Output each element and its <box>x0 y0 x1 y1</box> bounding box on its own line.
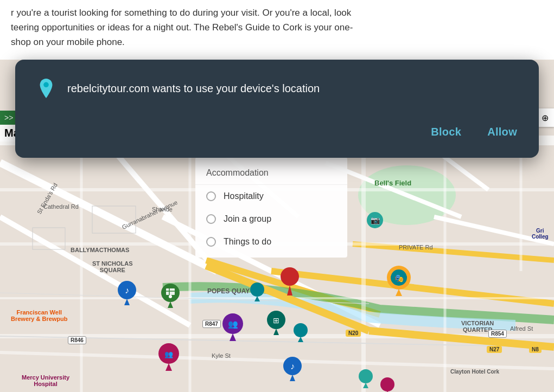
pin-teal-camera: 📷 <box>366 211 384 231</box>
pin-small-teal <box>250 282 265 305</box>
pin-red <box>279 266 300 300</box>
radio-things-to-do[interactable] <box>206 237 216 247</box>
svg-point-65 <box>380 377 394 391</box>
hospitality-label: Hospitality <box>224 191 264 201</box>
things-to-do-label: Things to do <box>224 237 271 247</box>
svg-marker-52 <box>396 289 402 296</box>
sidebar-item-hospitality[interactable]: Hospitality <box>195 185 347 208</box>
clayton-hotel-label: Clayton Hotel Cork <box>450 369 499 375</box>
svg-point-67 <box>43 82 49 88</box>
pin-small-teal2 <box>293 323 308 345</box>
page-text-line2: teering opportunities or ideas for a nig… <box>11 22 353 33</box>
location-pin-icon <box>37 78 55 99</box>
svg-text:👥: 👥 <box>228 319 238 329</box>
bells-field-label: Bell's Field <box>374 179 411 187</box>
svg-marker-41 <box>273 329 279 335</box>
svg-text:👥: 👥 <box>164 350 174 359</box>
page-text-line3: shop on your mobile phone. <box>11 37 125 47</box>
svg-point-63 <box>359 369 373 383</box>
ballymacthomas-label: BALLYMACTHOMAS <box>71 247 129 253</box>
pin-yellow-teal: 🎭 <box>385 266 412 299</box>
sidebar-item-accommodation[interactable]: Accommodation <box>195 162 347 185</box>
kyle-st-label: Kyle St <box>212 352 231 359</box>
dialog-message: rebelcitytour.com wants to use your devi… <box>67 81 320 95</box>
svg-rect-34 <box>166 288 175 295</box>
radio-join-group[interactable] <box>206 214 216 224</box>
svg-marker-55 <box>165 363 172 371</box>
svg-point-61 <box>294 323 308 337</box>
pin-blue-lyre2: ♪ <box>282 355 303 385</box>
n27-badge: N27 <box>487 346 502 353</box>
sidebar-item-things-to-do[interactable]: Things to do <box>195 230 347 253</box>
private-rd-label: PRIVATE Rd <box>399 244 433 250</box>
gri-college-label: GriColleg <box>532 228 549 240</box>
mercy-hospital-label: Mercy UniversityHospital <box>22 374 69 387</box>
pin-small-magenta <box>380 377 395 392</box>
allow-button[interactable]: Allow <box>485 121 519 143</box>
pin-blue-lyre: ♪ <box>117 279 137 310</box>
location-icon-wrap <box>35 77 58 100</box>
r847-badge: R847 <box>202 320 221 328</box>
pin-magenta: 👥 <box>157 342 180 375</box>
svg-point-59 <box>250 282 264 297</box>
svg-marker-32 <box>124 299 130 305</box>
dialog-actions: Block Allow <box>35 121 519 143</box>
svg-marker-64 <box>363 383 368 388</box>
popes-quay-label: POPES QUAY <box>207 287 250 295</box>
svg-marker-43 <box>287 285 292 295</box>
dialog-header: rebelcitytour.com wants to use your devi… <box>35 77 519 100</box>
svg-marker-60 <box>254 296 260 301</box>
svg-text:♪: ♪ <box>125 286 129 295</box>
pin-purple: 👥 <box>221 312 244 345</box>
svg-marker-46 <box>230 333 236 341</box>
n20-badge: N20 <box>346 330 361 337</box>
svg-text:📷: 📷 <box>371 216 380 225</box>
page-text-line1: r you're a tourist looking for something… <box>11 8 351 18</box>
svg-marker-62 <box>298 337 303 342</box>
pin-darkgreen2: ⊞ <box>266 309 286 339</box>
svg-marker-58 <box>290 375 295 381</box>
block-button[interactable]: Block <box>429 121 463 143</box>
st-nicholas-label: ST NICHOLASSQUARE <box>92 260 133 273</box>
svg-point-42 <box>281 267 299 286</box>
n8-badge: N8 <box>529 346 542 353</box>
sidebar-item-join-group[interactable]: Join a group <box>195 208 347 230</box>
join-group-label: Join a group <box>224 214 271 224</box>
pin-small-teal3 <box>358 369 373 391</box>
alfred-st-label: Alfred St <box>510 325 533 332</box>
cathedral-rd-label: Cathedral Rd <box>43 203 79 210</box>
radio-hospitality[interactable] <box>206 191 216 201</box>
svg-text:🎭: 🎭 <box>394 274 404 283</box>
accommodation-label: Accommodation <box>206 168 269 178</box>
page-content-bg: r you're a tourist looking for something… <box>0 0 554 60</box>
svg-point-37 <box>169 295 172 298</box>
svg-text:♪: ♪ <box>290 362 295 371</box>
r854-badge: R854 <box>488 330 507 338</box>
franciscan-well-label: Franciscan WellBrewery & Brewpub <box>11 309 68 322</box>
pin-darkgreen1 <box>160 282 181 312</box>
shande-label: Shande <box>152 206 173 213</box>
permission-dialog: rebelcitytour.com wants to use your devi… <box>15 60 539 158</box>
r846-badge: R846 <box>68 336 86 344</box>
svg-marker-38 <box>168 301 173 308</box>
svg-text:⊞: ⊞ <box>273 316 279 325</box>
sidebar-menu: Accommodation Hospitality Join a group T… <box>195 157 347 258</box>
